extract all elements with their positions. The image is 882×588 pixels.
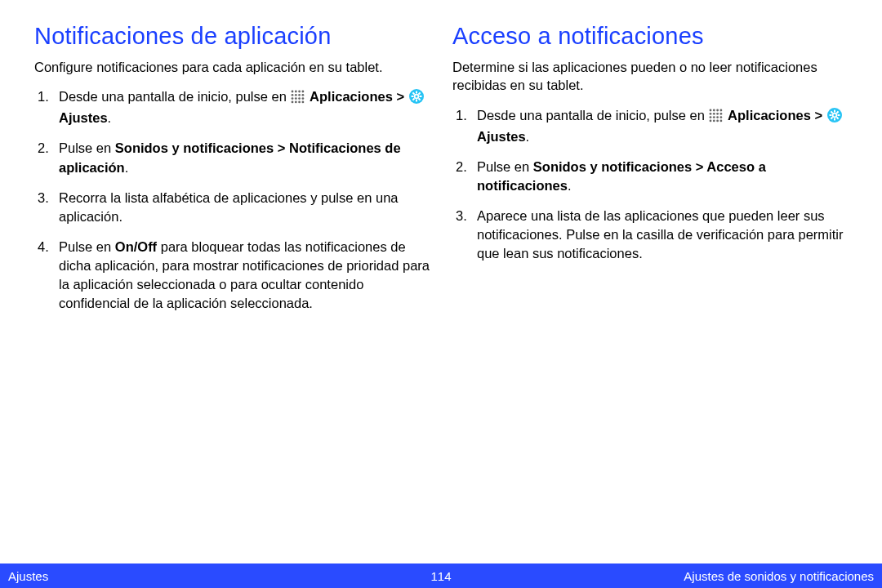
- settings-gear-icon: [827, 108, 842, 127]
- svg-point-31: [710, 112, 712, 114]
- svg-point-8: [292, 97, 294, 100]
- svg-point-29: [717, 109, 719, 111]
- page-footer: Ajustes 114 Ajustes de sonidos y notific…: [0, 564, 882, 588]
- svg-point-11: [302, 97, 305, 100]
- svg-point-6: [299, 94, 301, 96]
- settings-label: Ajustes: [477, 129, 526, 144]
- svg-point-12: [292, 101, 294, 104]
- footer-left: Ajustes: [8, 569, 48, 583]
- step-4: Pulse en On/Off para bloquear todas las …: [34, 238, 430, 313]
- heading-app-notifications: Notificaciones de aplicación: [34, 23, 430, 50]
- svg-point-53: [833, 114, 835, 116]
- svg-point-41: [717, 119, 719, 122]
- page-number: 114: [430, 569, 451, 583]
- text: Pulse en: [59, 140, 115, 155]
- svg-point-15: [302, 101, 305, 104]
- svg-point-35: [710, 116, 712, 118]
- svg-point-38: [720, 116, 723, 118]
- period: .: [108, 110, 112, 125]
- svg-point-5: [295, 94, 297, 96]
- steps-list: Desde una pantalla de inicio, pulse en A…: [452, 106, 848, 264]
- text: Desde una pantalla de inicio, pulse en: [59, 89, 290, 104]
- svg-point-40: [713, 119, 715, 122]
- svg-point-39: [710, 119, 712, 122]
- period: .: [568, 178, 572, 193]
- steps-list: Desde una pantalla de inicio, pulse en A…: [34, 87, 430, 313]
- svg-point-14: [299, 101, 301, 104]
- svg-rect-19: [416, 100, 417, 102]
- svg-point-26: [415, 96, 417, 98]
- svg-point-9: [295, 97, 297, 100]
- right-column: Acceso a notificaciones Determine si las…: [452, 23, 848, 324]
- apps-grid-icon: [291, 90, 305, 109]
- svg-point-28: [713, 109, 715, 111]
- svg-rect-47: [829, 114, 831, 116]
- svg-point-36: [713, 116, 715, 118]
- settings-label: Ajustes: [59, 110, 108, 125]
- svg-point-1: [295, 91, 297, 93]
- period: .: [125, 160, 129, 175]
- bold-onoff: On/Off: [115, 239, 157, 254]
- svg-rect-18: [416, 91, 417, 94]
- two-column-layout: Notificaciones de aplicación Configure n…: [0, 0, 882, 324]
- text: Pulse en: [59, 239, 115, 254]
- step-3: Aparece una lista de las aplicaciones qu…: [452, 207, 848, 263]
- period: .: [526, 129, 530, 144]
- settings-gear-icon: [409, 89, 424, 109]
- svg-point-37: [717, 116, 719, 118]
- text: Pulse en: [477, 159, 533, 174]
- svg-point-33: [717, 112, 719, 114]
- svg-point-13: [295, 101, 297, 104]
- apps-label: Aplicaciones: [728, 108, 811, 122]
- footer-right: Ajustes de sonidos y notificaciones: [684, 569, 874, 583]
- svg-point-4: [292, 94, 294, 96]
- intro-text: Configure notificaciones para cada aplic…: [34, 58, 430, 76]
- svg-point-27: [710, 109, 712, 111]
- svg-rect-45: [834, 109, 835, 112]
- intro-text: Determine si las aplicaciones pueden o n…: [452, 58, 848, 95]
- text: Desde una pantalla de inicio, pulse en: [477, 108, 708, 122]
- gt: >: [811, 108, 826, 122]
- svg-rect-21: [419, 96, 421, 97]
- apps-grid-icon: [709, 109, 723, 127]
- svg-point-42: [720, 119, 723, 122]
- svg-point-34: [720, 112, 723, 114]
- step-1: Desde una pantalla de inicio, pulse en A…: [34, 87, 430, 127]
- svg-rect-20: [411, 96, 413, 97]
- svg-point-7: [302, 94, 305, 96]
- svg-point-10: [299, 97, 301, 100]
- apps-label: Aplicaciones: [310, 89, 393, 104]
- svg-point-30: [720, 109, 723, 111]
- svg-point-2: [299, 91, 301, 93]
- gt: >: [393, 89, 408, 104]
- manual-page: Notificaciones de aplicación Configure n…: [0, 0, 882, 588]
- step-2: Pulse en Sonidos y notificaciones > Acce…: [452, 158, 848, 195]
- left-column: Notificaciones de aplicación Configure n…: [34, 23, 430, 324]
- step-2: Pulse en Sonidos y notificaciones > Noti…: [34, 139, 430, 176]
- step-1: Desde una pantalla de inicio, pulse en A…: [452, 106, 848, 146]
- step-3: Recorra la lista alfabética de aplicacio…: [34, 189, 430, 226]
- svg-point-0: [292, 91, 294, 93]
- svg-rect-48: [837, 114, 840, 116]
- svg-point-32: [713, 112, 715, 114]
- heading-notification-access: Acceso a notificaciones: [452, 23, 848, 50]
- svg-rect-46: [834, 118, 835, 120]
- svg-point-3: [302, 91, 305, 93]
